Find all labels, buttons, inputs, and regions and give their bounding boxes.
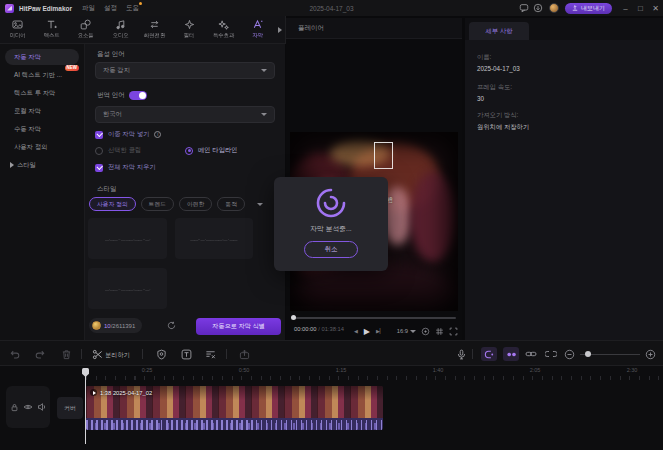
tab-elements[interactable]: 요소들	[69, 16, 103, 43]
credits-used: 10	[104, 323, 111, 329]
style-tab-nostalgic[interactable]: 아련한	[179, 197, 212, 211]
voice-language-dropdown[interactable]: 자동 감지	[95, 62, 275, 79]
download-update-icon[interactable]	[531, 1, 545, 15]
details-tab[interactable]: 세부 사항	[469, 22, 529, 40]
grid-icon[interactable]	[435, 327, 444, 336]
clear-subtitles-checkbox-row[interactable]: 전체 자막 지우기	[95, 163, 156, 172]
zoom-in-icon[interactable]	[644, 348, 656, 360]
zoom-out-icon[interactable]	[563, 348, 575, 360]
auto-identify-subtitle-button[interactable]: 자동으로 자막 식별	[196, 318, 281, 335]
feedback-chat-icon[interactable]	[517, 1, 531, 15]
split-label[interactable]: 분리하기	[105, 351, 130, 360]
style-tab-dynamic[interactable]: 동적	[217, 197, 245, 211]
checkbox-checked-icon[interactable]	[95, 131, 103, 139]
menu-help[interactable]: 도움	[126, 4, 139, 13]
export-button[interactable]: 내보내기	[565, 3, 612, 14]
sidebar-item-auto-subtitle[interactable]: 자동 자막	[5, 49, 79, 65]
radio-on-icon[interactable]	[185, 147, 193, 155]
timeline-zoom-slider[interactable]	[580, 354, 640, 355]
mute-track-speaker-icon[interactable]	[37, 402, 47, 412]
timecode: 00:00:00 / 01:38:14	[294, 326, 344, 332]
main-toolbar: 미디어 텍스트 요소들 오디오	[0, 16, 286, 44]
menu-settings[interactable]: 설정	[104, 4, 117, 13]
unlink-clips-icon[interactable]	[545, 348, 557, 360]
text-box-icon[interactable]	[180, 348, 192, 360]
tab-effects[interactable]: 특수효과	[206, 16, 240, 43]
sidebar-item-custom[interactable]: 사용자 정의	[5, 139, 79, 155]
aspect-ratio-dropdown[interactable]: 16:9	[397, 328, 416, 334]
lock-track-icon[interactable]	[10, 403, 19, 412]
tab-transition[interactable]: 화면전환	[138, 16, 172, 43]
title-bar: HitPaw Edimakor 파일 설정 도움 2025-04-17_03	[0, 0, 663, 16]
sidebar-item-ai-text-based[interactable]: AI 텍스트 기반 ... NEW	[5, 67, 79, 83]
video-clip[interactable]: 1:38 2025-04-17_02	[86, 386, 383, 430]
previous-frame-button[interactable]: ◀	[354, 328, 358, 334]
main-timeline-radio-row[interactable]: 메인 타임라인	[185, 146, 238, 155]
snap-magnet-icon[interactable]	[481, 347, 497, 361]
minimize-button[interactable]: –	[618, 0, 633, 16]
style-card[interactable]: —·—— ·· — ——·—— ·· —·	[88, 268, 167, 309]
link-clips-icon[interactable]	[525, 348, 537, 360]
export-clip-icon[interactable]	[238, 348, 250, 360]
subtitle-a-icon	[252, 19, 263, 30]
mirror-icon[interactable]	[421, 327, 430, 336]
player-tab[interactable]: 플레이어	[298, 24, 324, 33]
style-card[interactable]: —·—— ·· — ——·—— ·· —·	[88, 218, 167, 259]
next-frame-button[interactable]: ▶▏	[376, 328, 384, 334]
progress-knob[interactable]	[291, 315, 296, 320]
close-button[interactable]: ✕	[648, 0, 663, 16]
tab-media[interactable]: 미디어	[0, 16, 34, 43]
user-avatar[interactable]	[549, 3, 559, 13]
maximize-button[interactable]: □	[633, 0, 648, 16]
play-button[interactable]: ▶	[364, 327, 370, 336]
style-card[interactable]: ——·· — ·—— ——·— · ——	[175, 218, 253, 259]
playback-progress-bar[interactable]	[292, 317, 456, 319]
sidebar-item-text-to-subtitle[interactable]: 텍스트 투 자막	[5, 85, 79, 101]
split-scissors-icon[interactable]	[91, 348, 103, 360]
playhead-line	[85, 368, 86, 444]
undo-icon[interactable]	[8, 348, 20, 360]
tab-filter[interactable]: 필터	[172, 16, 206, 43]
toolbar-expand-arrow[interactable]	[275, 16, 285, 43]
cover-button[interactable]: 커버	[57, 397, 83, 419]
style-tab-custom[interactable]: 사용자 정의	[89, 197, 136, 211]
edit-toolbar: 분리하기	[0, 340, 663, 366]
document-title: 2025-04-17_03	[309, 5, 353, 12]
delete-trash-icon[interactable]	[60, 348, 72, 360]
fullscreen-icon[interactable]	[449, 327, 458, 336]
field-import-method-value: 원위치에 저장하기	[477, 123, 529, 132]
style-tab-trend[interactable]: 트렌드	[141, 197, 174, 211]
radio-off-icon[interactable]	[95, 147, 103, 155]
tab-text[interactable]: 텍스트	[34, 16, 68, 43]
tab-audio[interactable]: 오디오	[103, 16, 137, 43]
style-tabs-row: 사용자 정의 트렌드 아련한 동적	[89, 197, 245, 211]
remove-subtitle-icon[interactable]	[204, 348, 216, 360]
selected-clip-radio-row[interactable]: 선택한 클립	[95, 146, 141, 155]
sidebar-item-local-subtitle[interactable]: 로컬 자막	[5, 103, 79, 119]
style-tabs-chevron-down-icon[interactable]	[257, 203, 263, 206]
sidebar-item-style[interactable]: 스타일	[5, 157, 79, 173]
filter-sparkle-icon	[184, 19, 195, 30]
dual-subtitle-checkbox-row[interactable]: 이중 자막 넣기 i	[95, 130, 161, 139]
refresh-icon[interactable]	[167, 321, 176, 330]
menu-file[interactable]: 파일	[82, 4, 95, 13]
hide-track-eye-icon[interactable]	[23, 402, 33, 412]
redo-icon[interactable]	[34, 348, 46, 360]
timeline-ruler[interactable]: 0:25 0:50 1:15 1:40 2:05 2:30 2:55	[86, 366, 663, 380]
selection-box[interactable]	[374, 142, 393, 169]
zoom-slider-knob[interactable]	[585, 351, 591, 357]
translate-toggle[interactable]	[129, 91, 147, 100]
translate-language-dropdown[interactable]: 한국어	[95, 106, 275, 123]
tab-subtitle[interactable]: 자막	[241, 16, 275, 43]
voiceover-mic-icon[interactable]	[455, 348, 467, 360]
mask-shield-icon[interactable]	[155, 348, 167, 360]
app-window: HitPaw Edimakor 파일 설정 도움 2025-04-17_03	[0, 0, 663, 450]
cancel-button[interactable]: 취소	[304, 241, 358, 258]
voice-language-label: 음성 언어	[97, 50, 125, 59]
checkbox-checked-icon[interactable]	[95, 164, 103, 172]
info-icon[interactable]: i	[154, 131, 161, 138]
sidebar-item-manual-subtitle[interactable]: 수동 자막	[5, 121, 79, 137]
notification-dot	[139, 2, 142, 5]
auto-ripple-icon[interactable]	[503, 347, 519, 361]
app-logo-icon	[5, 4, 14, 13]
